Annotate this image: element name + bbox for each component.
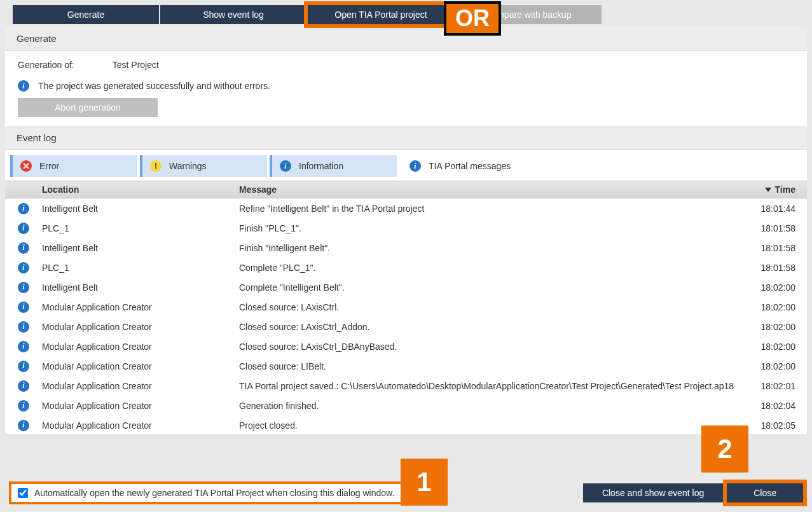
log-location: Modular Application Creator <box>42 342 234 352</box>
filter-tab-information[interactable]: i Information <box>270 155 397 177</box>
generate-button[interactable]: Generate <box>13 5 159 24</box>
sort-desc-icon <box>765 188 771 192</box>
log-message: Complete "PLC_1". <box>234 263 750 273</box>
log-message: Closed source: LAxisCtrl_Addon. <box>234 322 750 332</box>
log-message: Complete "Intelligent Belt". <box>234 282 750 293</box>
column-time[interactable]: Time <box>750 184 807 195</box>
filter-tab-tia-messages[interactable]: i TIA Portal messages <box>399 155 526 177</box>
log-time: 18:02:05 <box>750 420 807 431</box>
log-message: Closed source: LIBelt. <box>234 361 750 371</box>
log-message: Closed source: LAxisCtrl_DBAnyBased. <box>234 342 750 352</box>
log-message: Finish "Intelligent Belt". <box>234 243 750 253</box>
log-message: Refine "Intelligent Belt" in the TIA Por… <box>234 204 750 214</box>
main-panel: Generate Generation of: Test Project i T… <box>5 27 807 434</box>
log-table-header: Location Message Time <box>5 181 807 198</box>
filter-tab-label: TIA Portal messages <box>429 161 511 171</box>
info-icon: i <box>18 400 29 412</box>
log-location: Intelligent Belt <box>42 243 234 253</box>
log-message: Project closed. <box>234 420 750 431</box>
auto-open-checkbox-container[interactable]: Automatically open the newly generated T… <box>9 481 403 504</box>
show-event-log-button[interactable]: Show event log <box>160 5 306 24</box>
log-location: Modular Application Creator <box>42 401 234 411</box>
log-row[interactable]: iModular Application CreatorGeneration f… <box>5 396 807 415</box>
auto-open-label: Automatically open the newly generated T… <box>34 488 394 498</box>
log-row[interactable]: iPLC_1Finish "PLC_1".18:01:58 <box>5 218 807 238</box>
log-row[interactable]: iIntelligent BeltComplete "Intelligent B… <box>5 277 807 297</box>
log-row[interactable]: iModular Application CreatorClosed sourc… <box>5 356 807 376</box>
info-icon: i <box>18 380 29 392</box>
log-location: PLC_1 <box>42 223 234 233</box>
info-icon: i <box>18 80 29 92</box>
log-table-body[interactable]: iIntelligent BeltRefine "Intelligent Bel… <box>5 198 807 434</box>
filter-tab-warnings[interactable]: ! Warnings <box>140 155 267 177</box>
log-time: 18:02:00 <box>750 282 807 293</box>
error-icon <box>20 160 32 172</box>
log-location: Modular Application Creator <box>42 381 234 391</box>
info-icon: i <box>18 341 29 352</box>
log-location: Modular Application Creator <box>42 322 234 332</box>
info-icon: i <box>18 203 29 214</box>
log-row[interactable]: iIntelligent BeltRefine "Intelligent Bel… <box>5 198 807 218</box>
info-icon: i <box>18 420 29 431</box>
log-row[interactable]: iModular Application CreatorClosed sourc… <box>5 297 807 317</box>
log-message: TIA Portal project saved.: C:\Users\Auto… <box>234 381 750 391</box>
close-and-show-event-log-button[interactable]: Close and show event log <box>583 483 723 502</box>
annotation-or: OR <box>444 1 501 36</box>
log-time: 18:01:58 <box>750 263 807 273</box>
info-icon: i <box>18 361 29 372</box>
log-time: 18:02:04 <box>750 401 807 411</box>
column-location[interactable]: Location <box>5 184 234 195</box>
log-location: Modular Application Creator <box>42 302 234 312</box>
generation-project-name: Test Project <box>113 60 159 70</box>
log-location: Intelligent Belt <box>42 204 234 214</box>
log-time: 18:01:58 <box>750 223 807 233</box>
generate-section-body: Generation of: Test Project i The projec… <box>5 51 807 126</box>
annotation-2: 2 <box>701 426 748 473</box>
log-location: Modular Application Creator <box>42 361 234 371</box>
info-icon: i <box>18 321 29 333</box>
auto-open-checkbox[interactable] <box>18 488 28 498</box>
info-icon: i <box>18 301 29 313</box>
info-icon: i <box>18 242 29 254</box>
log-time: 18:01:44 <box>750 204 807 214</box>
column-message[interactable]: Message <box>234 184 750 195</box>
log-time: 18:02:00 <box>750 361 807 371</box>
log-row[interactable]: iPLC_1Complete "PLC_1".18:01:58 <box>5 258 807 277</box>
log-row[interactable]: iModular Application CreatorClosed sourc… <box>5 317 807 336</box>
annotation-1: 1 <box>401 459 448 506</box>
filter-tabs: Error ! Warnings i Information i TIA Por… <box>5 150 807 181</box>
log-message: Generation finished. <box>234 401 750 411</box>
log-row[interactable]: iModular Application CreatorProject clos… <box>5 415 807 434</box>
info-icon: i <box>409 160 421 172</box>
open-tia-portal-button[interactable]: Open TIA Portal project <box>308 5 454 24</box>
log-time: 18:02:00 <box>750 302 807 312</box>
info-icon: i <box>280 160 291 172</box>
log-location: Intelligent Belt <box>42 282 234 293</box>
info-icon: i <box>18 282 29 293</box>
log-location: Modular Application Creator <box>42 420 234 431</box>
log-row[interactable]: iIntelligent BeltFinish "Intelligent Bel… <box>5 238 807 258</box>
abort-generation-button: Abort generation <box>18 98 158 117</box>
log-row[interactable]: iModular Application CreatorTIA Portal p… <box>5 376 807 396</box>
action-toolbar: Generate Show event log Open TIA Portal … <box>0 0 812 27</box>
info-icon: i <box>18 223 29 234</box>
log-row[interactable]: iModular Application CreatorClosed sourc… <box>5 336 807 356</box>
filter-tab-error[interactable]: Error <box>10 155 137 177</box>
log-message: Finish "PLC_1". <box>234 223 750 233</box>
generation-status-text: The project was generated successfully a… <box>38 81 270 91</box>
info-icon: i <box>18 262 29 273</box>
generate-section-header: Generate <box>5 27 807 51</box>
event-log-section-header: Event log <box>5 126 807 150</box>
generation-of-label: Generation of: <box>18 60 74 70</box>
log-time: 18:02:00 <box>750 342 807 352</box>
filter-tab-label: Error <box>39 161 59 171</box>
close-button[interactable]: Close <box>727 483 803 502</box>
log-time: 18:02:01 <box>750 381 807 391</box>
log-time: 18:01:58 <box>750 243 807 253</box>
log-message: Closed source: LAxisCtrl. <box>234 302 750 312</box>
log-time: 18:02:00 <box>750 322 807 332</box>
filter-tab-label: Information <box>299 161 343 171</box>
log-location: PLC_1 <box>42 263 234 273</box>
filter-tab-label: Warnings <box>169 161 207 171</box>
warning-icon: ! <box>150 160 162 172</box>
